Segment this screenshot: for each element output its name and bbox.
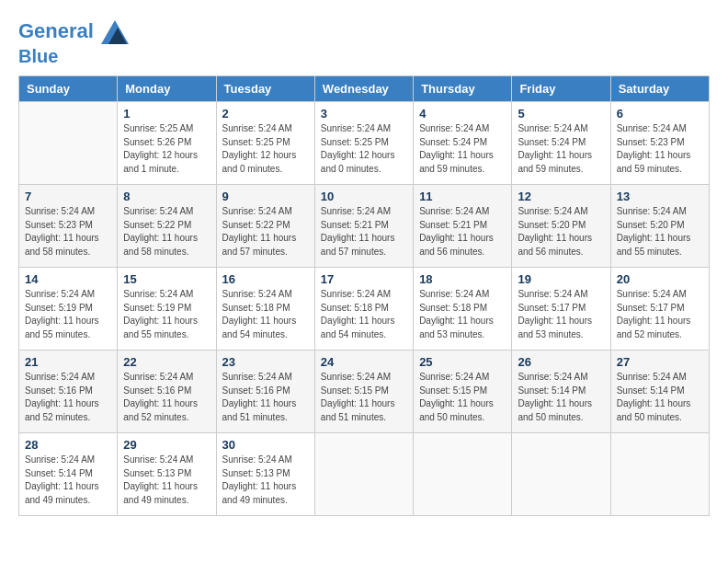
calendar-cell: 20Sunrise: 5:24 AMSunset: 5:17 PMDayligh… [610, 268, 709, 350]
day-info: Sunrise: 5:24 AMSunset: 5:16 PMDaylight:… [123, 371, 210, 424]
day-info: Sunrise: 5:24 AMSunset: 5:18 PMDaylight:… [321, 288, 407, 341]
day-info: Sunrise: 5:24 AMSunset: 5:23 PMDaylight:… [25, 205, 111, 259]
day-info: Sunrise: 5:24 AMSunset: 5:24 PMDaylight:… [518, 122, 604, 176]
calendar-cell: 1Sunrise: 5:25 AMSunset: 5:26 PMDaylight… [118, 102, 216, 185]
calendar-cell: 6Sunrise: 5:24 AMSunset: 5:23 PMDaylight… [610, 102, 709, 185]
calendar-cell: 2Sunrise: 5:24 AMSunset: 5:25 PMDaylight… [216, 102, 314, 185]
column-header-saturday: Saturday [610, 76, 709, 102]
day-info: Sunrise: 5:24 AMSunset: 5:25 PMDaylight:… [321, 122, 407, 176]
calendar-cell [19, 102, 118, 185]
day-number: 15 [123, 272, 210, 286]
day-number: 5 [518, 107, 604, 121]
calendar-week-3: 14Sunrise: 5:24 AMSunset: 5:19 PMDayligh… [19, 268, 710, 350]
day-number: 21 [25, 355, 111, 369]
calendar-cell: 11Sunrise: 5:24 AMSunset: 5:21 PMDayligh… [414, 185, 512, 268]
calendar-cell: 24Sunrise: 5:24 AMSunset: 5:15 PMDayligh… [314, 350, 413, 433]
day-info: Sunrise: 5:24 AMSunset: 5:15 PMDaylight:… [419, 371, 506, 424]
day-number: 3 [321, 107, 407, 121]
column-header-monday: Monday [118, 76, 216, 102]
day-info: Sunrise: 5:24 AMSunset: 5:14 PMDaylight:… [617, 371, 703, 424]
calendar-cell: 4Sunrise: 5:24 AMSunset: 5:24 PMDaylight… [414, 102, 512, 185]
day-info: Sunrise: 5:24 AMSunset: 5:21 PMDaylight:… [419, 205, 506, 259]
calendar-cell [414, 433, 512, 516]
calendar-cell: 5Sunrise: 5:24 AMSunset: 5:24 PMDaylight… [512, 102, 610, 185]
calendar-cell: 21Sunrise: 5:24 AMSunset: 5:16 PMDayligh… [19, 350, 118, 433]
calendar-cell: 14Sunrise: 5:24 AMSunset: 5:19 PMDayligh… [19, 268, 118, 350]
day-info: Sunrise: 5:24 AMSunset: 5:16 PMDaylight:… [222, 371, 309, 424]
logo: General Blue [18, 18, 129, 66]
calendar-cell: 29Sunrise: 5:24 AMSunset: 5:13 PMDayligh… [118, 433, 216, 516]
day-number: 19 [518, 272, 604, 286]
day-info: Sunrise: 5:24 AMSunset: 5:23 PMDaylight:… [617, 122, 703, 176]
day-number: 18 [419, 272, 506, 286]
day-number: 28 [25, 438, 111, 452]
day-info: Sunrise: 5:24 AMSunset: 5:24 PMDaylight:… [419, 122, 506, 176]
day-number: 25 [419, 355, 506, 369]
column-header-tuesday: Tuesday [216, 76, 314, 102]
day-number: 9 [222, 190, 309, 203]
day-number: 20 [617, 272, 703, 286]
column-header-wednesday: Wednesday [314, 76, 413, 102]
column-header-thursday: Thursday [414, 76, 512, 102]
calendar-cell: 12Sunrise: 5:24 AMSunset: 5:20 PMDayligh… [512, 185, 610, 268]
calendar-cell [610, 433, 709, 516]
calendar-table: SundayMondayTuesdayWednesdayThursdayFrid… [18, 75, 710, 516]
day-info: Sunrise: 5:24 AMSunset: 5:16 PMDaylight:… [25, 371, 111, 424]
calendar-cell: 9Sunrise: 5:24 AMSunset: 5:22 PMDaylight… [216, 185, 314, 268]
calendar-cell: 8Sunrise: 5:24 AMSunset: 5:22 PMDaylight… [118, 185, 216, 268]
calendar-cell: 19Sunrise: 5:24 AMSunset: 5:17 PMDayligh… [512, 268, 610, 350]
calendar-week-2: 7Sunrise: 5:24 AMSunset: 5:23 PMDaylight… [19, 185, 710, 268]
day-info: Sunrise: 5:24 AMSunset: 5:20 PMDaylight:… [518, 205, 604, 259]
day-number: 22 [123, 355, 210, 369]
calendar-cell: 15Sunrise: 5:24 AMSunset: 5:19 PMDayligh… [118, 268, 216, 350]
day-info: Sunrise: 5:24 AMSunset: 5:14 PMDaylight:… [518, 371, 604, 424]
day-info: Sunrise: 5:24 AMSunset: 5:25 PMDaylight:… [222, 122, 309, 176]
logo-text: General [18, 18, 129, 46]
calendar-cell: 30Sunrise: 5:24 AMSunset: 5:13 PMDayligh… [216, 433, 314, 516]
calendar-cell: 18Sunrise: 5:24 AMSunset: 5:18 PMDayligh… [414, 268, 512, 350]
day-info: Sunrise: 5:24 AMSunset: 5:19 PMDaylight:… [25, 288, 111, 341]
day-info: Sunrise: 5:24 AMSunset: 5:18 PMDaylight:… [419, 288, 506, 341]
calendar-week-1: 1Sunrise: 5:25 AMSunset: 5:26 PMDaylight… [19, 102, 710, 185]
calendar-cell: 22Sunrise: 5:24 AMSunset: 5:16 PMDayligh… [118, 350, 216, 433]
column-header-sunday: Sunday [19, 76, 118, 102]
day-info: Sunrise: 5:24 AMSunset: 5:17 PMDaylight:… [518, 288, 604, 341]
day-info: Sunrise: 5:24 AMSunset: 5:15 PMDaylight:… [321, 371, 407, 424]
day-info: Sunrise: 5:24 AMSunset: 5:13 PMDaylight:… [123, 454, 210, 507]
day-info: Sunrise: 5:24 AMSunset: 5:14 PMDaylight:… [25, 454, 111, 507]
logo-second-line: Blue [18, 46, 129, 66]
day-number: 14 [25, 272, 111, 286]
column-header-friday: Friday [512, 76, 610, 102]
day-number: 4 [419, 107, 506, 121]
day-number: 8 [123, 190, 210, 203]
day-info: Sunrise: 5:24 AMSunset: 5:21 PMDaylight:… [321, 205, 407, 259]
calendar-body: 1Sunrise: 5:25 AMSunset: 5:26 PMDaylight… [19, 102, 710, 516]
day-info: Sunrise: 5:24 AMSunset: 5:19 PMDaylight:… [123, 288, 210, 341]
calendar-week-5: 28Sunrise: 5:24 AMSunset: 5:14 PMDayligh… [19, 433, 710, 516]
calendar-cell [512, 433, 610, 516]
day-number: 23 [222, 355, 309, 369]
calendar-week-4: 21Sunrise: 5:24 AMSunset: 5:16 PMDayligh… [19, 350, 710, 433]
calendar-cell: 25Sunrise: 5:24 AMSunset: 5:15 PMDayligh… [414, 350, 512, 433]
day-number: 30 [222, 438, 309, 452]
calendar-cell: 17Sunrise: 5:24 AMSunset: 5:18 PMDayligh… [314, 268, 413, 350]
day-info: Sunrise: 5:24 AMSunset: 5:22 PMDaylight:… [222, 205, 309, 259]
calendar-header-row: SundayMondayTuesdayWednesdayThursdayFrid… [19, 76, 710, 102]
calendar-cell: 3Sunrise: 5:24 AMSunset: 5:25 PMDaylight… [314, 102, 413, 185]
day-number: 12 [518, 190, 604, 203]
day-number: 1 [123, 107, 210, 121]
calendar-cell: 16Sunrise: 5:24 AMSunset: 5:18 PMDayligh… [216, 268, 314, 350]
day-info: Sunrise: 5:24 AMSunset: 5:18 PMDaylight:… [222, 288, 309, 341]
day-info: Sunrise: 5:24 AMSunset: 5:17 PMDaylight:… [617, 288, 703, 341]
page-header: General Blue [18, 18, 710, 66]
day-number: 24 [321, 355, 407, 369]
calendar-cell: 23Sunrise: 5:24 AMSunset: 5:16 PMDayligh… [216, 350, 314, 433]
day-number: 16 [222, 272, 309, 286]
calendar-cell [314, 433, 413, 516]
day-number: 27 [617, 355, 703, 369]
calendar-cell: 7Sunrise: 5:24 AMSunset: 5:23 PMDaylight… [19, 185, 118, 268]
day-number: 13 [617, 190, 703, 203]
day-number: 7 [25, 190, 111, 203]
day-info: Sunrise: 5:24 AMSunset: 5:22 PMDaylight:… [123, 205, 210, 259]
day-info: Sunrise: 5:25 AMSunset: 5:26 PMDaylight:… [123, 122, 210, 176]
